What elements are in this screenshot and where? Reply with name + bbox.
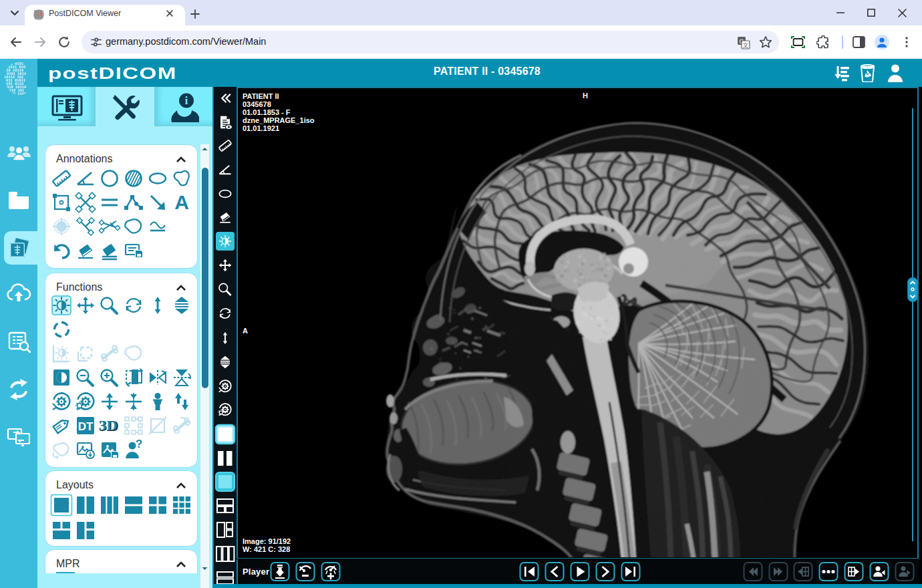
svg-text:0110 1101: 0110 1101 [7, 92, 26, 96]
svg-text:A: A [174, 191, 189, 213]
svg-text:3D: 3D [99, 417, 118, 433]
svg-text:文: 文 [743, 42, 749, 49]
svg-text:i: i [185, 95, 188, 106]
svg-text:?: ? [136, 438, 142, 450]
svg-text:DT: DT [78, 420, 94, 433]
